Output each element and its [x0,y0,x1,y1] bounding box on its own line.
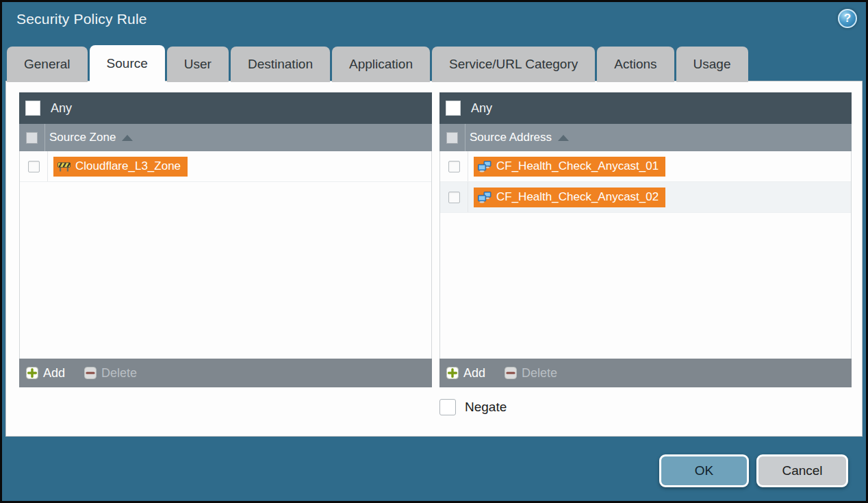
address-name: CF_Health_Check_Anycast_01 [496,159,659,173]
delete-zone-button[interactable]: Delete [84,366,137,381]
source-zone-panel: Any Source Zone [19,92,432,387]
delete-address-button[interactable]: Delete [505,366,557,381]
source-zone-column-header[interactable]: Source Zone [19,124,432,151]
tab-destination[interactable]: Destination [231,47,330,82]
add-address-button[interactable]: Add [446,366,485,381]
source-zone-column-label: Source Zone [49,131,116,144]
zone-chip[interactable]: Cloudflare_L3_Zone [53,157,188,177]
plus-icon [26,367,38,379]
source-zone-any-label: Any [51,101,72,116]
address-chip[interactable]: CF_Health_Check_Anycast_01 [474,157,665,177]
negate-option: Negate [439,399,507,415]
sort-ascending-icon [122,135,133,141]
source-zone-toolbar: Add Delete [19,359,432,387]
add-label: Add [463,366,485,381]
source-zone-any-bar: Any [19,92,432,124]
tab-general[interactable]: General [7,47,88,82]
add-label: Add [43,366,65,381]
tab-application[interactable]: Application [332,47,430,82]
source-zone-list: Cloudflare_L3_Zone [19,151,432,359]
ok-button[interactable]: OK [659,454,749,487]
row-checkbox[interactable] [448,161,460,172]
help-icon[interactable]: ? [838,9,857,28]
address-chip[interactable]: CF_Health_Check_Anycast_02 [474,188,665,207]
minus-icon [84,367,97,379]
row-checkbox[interactable] [448,192,460,203]
cancel-button[interactable]: Cancel [756,454,848,487]
source-address-any-bar: Any [439,92,852,124]
page-title: Security Policy Rule [16,11,147,27]
source-zone-select-all-checkbox[interactable] [26,132,38,144]
tab-source[interactable]: Source [90,45,165,82]
source-tab-content: Any Source Zone [5,81,863,437]
add-zone-button[interactable]: Add [26,366,65,381]
security-policy-rule-dialog: Security Policy Rule ? General Source Us… [0,0,868,503]
tab-actions[interactable]: Actions [597,47,674,82]
column-divider [465,124,465,151]
address-icon [478,161,492,172]
source-address-any-label: Any [471,101,492,116]
tab-bar: General Source User Destination Applicat… [7,45,748,82]
source-address-column-label: Source Address [470,131,552,144]
negate-label: Negate [465,400,507,415]
address-name: CF_Health_Check_Anycast_02 [496,190,659,204]
source-address-any-checkbox[interactable] [446,101,461,116]
source-address-column-header[interactable]: Source Address [439,124,852,151]
source-address-toolbar: Add Delete [439,359,852,387]
source-address-select-all-checkbox[interactable] [446,132,458,144]
tab-user[interactable]: User [167,47,229,82]
table-row[interactable]: Cloudflare_L3_Zone [20,151,431,182]
delete-label: Delete [522,366,557,381]
plus-icon [446,367,459,379]
minus-icon [505,367,517,379]
sort-ascending-icon [558,135,569,141]
source-address-list: CF_Health_Check_Anycast_01 [439,151,852,359]
row-checkbox[interactable] [28,161,40,172]
tab-usage[interactable]: Usage [676,47,748,82]
zone-icon [58,162,71,172]
zone-name: Cloudflare_L3_Zone [75,159,181,173]
tab-service-url-category[interactable]: Service/URL Category [432,47,595,82]
source-zone-any-checkbox[interactable] [25,101,40,116]
table-row[interactable]: CF_Health_Check_Anycast_02 [440,182,851,213]
source-address-panel: Any Source Address [439,92,852,387]
table-row[interactable]: CF_Health_Check_Anycast_01 [440,151,851,182]
address-icon [478,192,492,203]
negate-checkbox[interactable] [439,399,456,415]
delete-label: Delete [101,366,137,381]
column-divider [44,124,45,151]
